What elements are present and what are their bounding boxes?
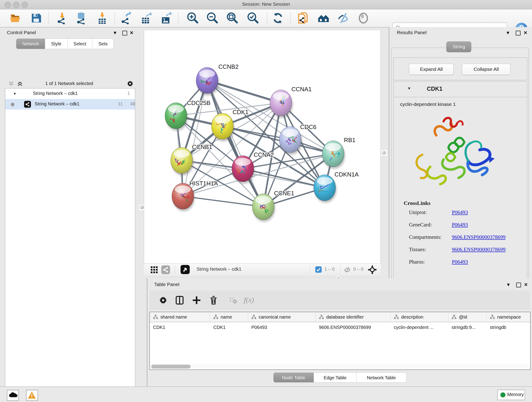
show-columns-icon[interactable]	[175, 296, 184, 305]
string-import-icon[interactable]	[297, 12, 309, 24]
memory-button[interactable]: Memory	[497, 390, 525, 400]
create-column-icon[interactable]	[192, 296, 201, 305]
svg-text:CCNB1: CCNB1	[192, 143, 212, 150]
crosslink-label: Pharos:	[409, 259, 425, 265]
table-row[interactable]: CDK1CDK1P064939606.ENSP00000378699cyclin…	[150, 322, 530, 332]
tab-network-table[interactable]: Network Table	[356, 372, 406, 383]
warning-button[interactable]	[26, 390, 38, 401]
table-panel-close-icon[interactable]: ✕	[524, 282, 528, 287]
toolbar-separator	[290, 12, 291, 24]
table-panel-float-icon[interactable]	[516, 283, 521, 287]
crosslink-link[interactable]: P06493	[452, 210, 468, 216]
delete-table-icon[interactable]	[229, 296, 237, 305]
open-session-icon[interactable]	[9, 12, 22, 24]
crosslink-link[interactable]: 9606.ENSP00000378699	[452, 234, 506, 240]
hide-panel-eye-icon[interactable]	[337, 12, 350, 24]
network-canvas[interactable]: CCNB2CCNA1CDC25BCDK1CDC6RB1CCNB1CCNA2HIS…	[144, 31, 381, 263]
svg-text:CCNA2: CCNA2	[254, 151, 274, 158]
title-bar: Session: New Session	[0, 0, 532, 9]
import-network-icon[interactable]	[56, 12, 68, 24]
table-panel-collapse-icon[interactable]: ▼	[506, 282, 511, 287]
import-database-icon[interactable]	[75, 12, 87, 24]
export-network-icon[interactable]	[120, 12, 132, 24]
hidden-count: 0 – 0	[353, 267, 363, 272]
main-toolbar: ?	[0, 9, 532, 27]
horizontal-splitter[interactable]	[144, 276, 381, 279]
crosslink-link[interactable]: P06493	[452, 259, 468, 265]
zoom-in-icon[interactable]	[186, 12, 199, 24]
scrollbar-thumb[interactable]	[151, 365, 191, 369]
entry-expander-icon[interactable]: ▼	[407, 86, 411, 90]
network-list: ▼ String Network – cdk1 1 String Network…	[5, 88, 135, 402]
cloud-button[interactable]	[7, 390, 19, 401]
show-panel-eye-icon[interactable]	[357, 12, 370, 24]
control-panel-float-icon[interactable]	[122, 31, 127, 36]
zoom-fit-icon[interactable]	[226, 12, 238, 24]
network-type-icon	[24, 101, 31, 108]
table-cell: P06493	[248, 322, 316, 332]
crosslinks-title: CrossLinks	[404, 200, 431, 206]
save-session-icon[interactable]	[30, 12, 42, 24]
node-CDC25B: CDC25B	[165, 99, 210, 131]
svg-text:HIST1H1A: HIST1H1A	[190, 180, 218, 187]
network-share-icon[interactable]	[161, 265, 170, 274]
results-panel-collapse-icon[interactable]: ▼	[506, 30, 510, 36]
collapse-all-icon[interactable]	[8, 81, 14, 87]
table-gear-icon[interactable]	[158, 296, 168, 305]
column-header-description[interactable]: description	[391, 312, 448, 322]
crosslink-link[interactable]: P06493	[452, 222, 468, 228]
tab-node-table[interactable]: Node Table	[273, 372, 314, 383]
cdk1-entry-header[interactable]: ▼ CDK1	[394, 81, 527, 97]
selected-count: 1 – 0	[324, 267, 335, 272]
network-view-toolbar: String Network – cdk1 1 – 0 0 – 0	[144, 263, 381, 276]
function-builder-icon[interactable]: f(x)	[244, 296, 264, 305]
network-row-selected[interactable]: String Network – cdk1 11 48	[5, 99, 135, 109]
tree-expander-icon[interactable]: ▼	[13, 92, 17, 96]
zoom-selected-icon[interactable]	[247, 12, 259, 24]
tab-network[interactable]: Network	[16, 38, 45, 49]
gear-icon[interactable]	[127, 80, 134, 87]
collapse-all-button[interactable]: Collapse All	[462, 64, 510, 75]
tab-string[interactable]: String	[446, 41, 471, 52]
network-graph[interactable]: CCNB2CCNA1CDC25BCDK1CDC6RB1CCNB1CCNA2HIS…	[144, 31, 380, 263]
network-node-count: 11	[118, 101, 123, 107]
column-header-database-identifier[interactable]: database identifier	[316, 312, 391, 322]
column-header--id[interactable]: @id	[448, 312, 487, 322]
results-panel-close-icon[interactable]: ✕	[524, 30, 527, 36]
table-cell: cyclin-dependent ...	[391, 322, 448, 332]
right-splitter-handle[interactable]	[381, 150, 387, 156]
control-panel-close-icon[interactable]: ✕	[130, 30, 133, 36]
tab-edge-table[interactable]: Edge Table	[314, 372, 356, 383]
tab-sets[interactable]: Sets	[92, 38, 114, 49]
node-CDKN1A: CDKN1A	[314, 171, 359, 203]
expand-all-icon[interactable]	[17, 81, 23, 87]
toolbar-separator	[114, 12, 115, 24]
column-header-canonical-name[interactable]: canonical name	[248, 312, 316, 322]
birdseye-view-icon[interactable]	[181, 265, 190, 274]
table-cell: stringdb	[487, 322, 531, 332]
results-panel-float-icon[interactable]	[516, 31, 520, 36]
column-header-namespace[interactable]: namespace	[487, 312, 531, 322]
selected-checkbox-icon[interactable]	[315, 266, 322, 273]
hidden-eye-icon[interactable]	[344, 266, 351, 274]
crosslink-link[interactable]: 9606.ENSP00000378699	[452, 247, 506, 253]
fit-content-crosshair-icon[interactable]	[367, 265, 377, 275]
table-horizontal-scrollbar[interactable]	[150, 364, 529, 370]
column-header-shared-name[interactable]: shared name	[150, 312, 210, 322]
tab-select[interactable]: Select	[68, 38, 93, 49]
refresh-icon[interactable]	[272, 12, 284, 24]
zoom-out-icon[interactable]	[206, 12, 218, 24]
grid-mode-icon[interactable]	[150, 266, 158, 274]
export-image-icon[interactable]	[160, 12, 172, 24]
export-table-icon[interactable]	[140, 12, 152, 24]
delete-column-icon[interactable]	[209, 296, 218, 305]
column-header-name[interactable]: name	[210, 312, 248, 322]
svg-text:CCNA1: CCNA1	[291, 86, 312, 93]
import-table-icon[interactable]	[96, 12, 108, 24]
expand-all-button[interactable]: Expand All	[409, 64, 454, 75]
home-icon[interactable]	[317, 12, 330, 24]
control-panel-collapse-icon[interactable]: ▼	[113, 30, 117, 36]
network-collection-row[interactable]: ▼ String Network – cdk1 1	[5, 89, 135, 99]
tab-style[interactable]: Style	[45, 38, 67, 49]
node-table[interactable]: shared namenamecanonical namedatabase id…	[149, 312, 531, 370]
